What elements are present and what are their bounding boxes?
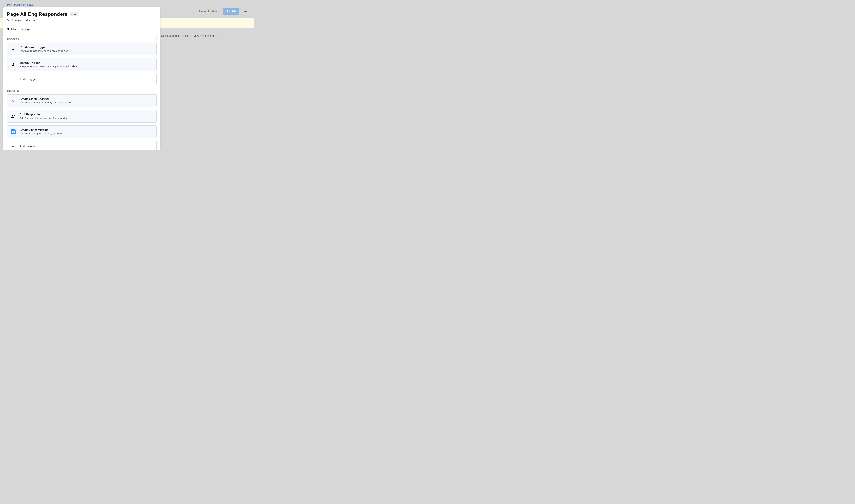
panel-body: TRIGGERS Conditional Trigger Starts auto…	[3, 34, 160, 149]
publish-button[interactable]: Publish	[223, 8, 239, 15]
more-icon	[244, 10, 247, 13]
triggers-section-label: TRIGGERS	[7, 38, 157, 41]
connector	[13, 71, 13, 74]
actions-section-label: TRIGGERS	[7, 90, 157, 92]
header-actions: Never Published Publish	[199, 8, 249, 15]
svg-point-3	[13, 63, 14, 65]
tabs: Builder Settings	[7, 25, 157, 34]
connector	[13, 107, 13, 110]
add-action-label: Add an Action	[20, 145, 37, 148]
tab-settings[interactable]: Settings	[20, 25, 30, 33]
connector	[13, 55, 13, 58]
publish-state: Never Published	[199, 10, 220, 13]
svg-point-1	[245, 11, 246, 12]
plus-icon	[11, 144, 16, 149]
trigger-card-manual[interactable]: Manual Trigger Responders can start manu…	[7, 58, 157, 71]
connector	[13, 123, 13, 125]
trigger-sub: Starts automatically based on a conditio…	[20, 49, 69, 52]
workflow-description: No description added yet.	[7, 19, 157, 21]
add-action-button[interactable]: Add an Action	[7, 141, 157, 149]
svg-rect-6	[12, 101, 13, 101]
arrow-right-icon	[155, 35, 158, 37]
status-badge: Draft	[70, 12, 78, 16]
plus-icon	[11, 77, 16, 82]
svg-point-0	[244, 11, 245, 12]
svg-rect-8	[13, 100, 13, 101]
trigger-card-conditional[interactable]: Conditional Trigger Starts automatically…	[7, 43, 157, 55]
add-trigger-label: Add a Trigger	[20, 78, 37, 81]
connector	[13, 138, 13, 141]
more-button[interactable]	[242, 8, 249, 15]
action-sub: Add 1 escalation policy and 1 responder	[20, 116, 67, 120]
tab-builder[interactable]: Builder	[7, 25, 16, 33]
add-trigger-button[interactable]: Add a Trigger	[7, 74, 157, 85]
action-title: Create Slack Channel	[20, 97, 71, 101]
action-card-zoom[interactable]: Create Zoom Meeting Create meeting in Va…	[7, 125, 157, 138]
workflow-panel: Page All Eng Responders Draft No descrip…	[3, 7, 160, 149]
workflow-title: Page All Eng Responders	[7, 12, 68, 17]
slack-icon	[11, 98, 16, 103]
collapse-panel-button[interactable]	[154, 33, 159, 39]
action-title: Add Responder	[20, 113, 67, 116]
trigger-title: Conditional Trigger	[20, 46, 69, 49]
action-title: Create Zoom Meeting	[20, 128, 63, 132]
back-link[interactable]: Back to All Workflows	[3, 2, 34, 6]
svg-point-10	[12, 115, 13, 116]
svg-rect-9	[13, 101, 14, 102]
person-plus-icon	[11, 114, 16, 119]
svg-rect-7	[14, 101, 15, 101]
action-card-add-responder[interactable]: Add Responder Add 1 escalation policy an…	[7, 110, 157, 123]
action-sub: Create channel in Vandelay Inc. workspac…	[20, 101, 71, 104]
person-icon	[11, 62, 16, 67]
zoom-icon	[11, 129, 16, 134]
svg-rect-13	[12, 131, 14, 132]
trigger-sub: Responders can start manually from any i…	[20, 65, 78, 68]
panel-header: Page All Eng Responders Draft No descrip…	[3, 7, 160, 34]
action-sub: Create meeting in Vandelay account	[20, 132, 63, 135]
svg-point-2	[246, 11, 247, 12]
config-hint: Select a trigger or action to view and c…	[161, 34, 219, 37]
bolt-icon	[11, 47, 16, 52]
topbar: Back to All Workflows	[0, 0, 254, 8]
trigger-title: Manual Trigger	[20, 61, 78, 65]
action-card-slack[interactable]: Create Slack Channel Create channel in V…	[7, 94, 157, 107]
